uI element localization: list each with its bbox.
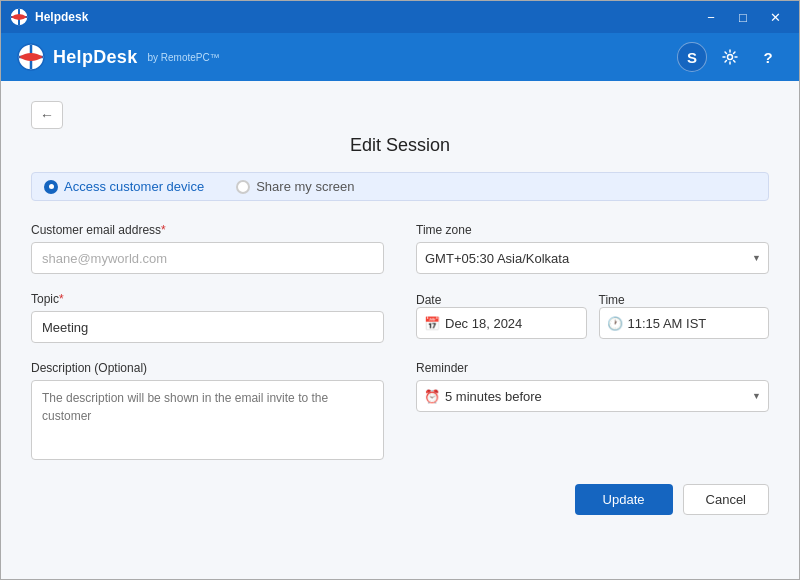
timezone-group: Time zone GMT+05:30 Asia/Kolkata GMT+00:… <box>416 223 769 274</box>
maximize-button[interactable]: □ <box>727 1 759 33</box>
description-input[interactable] <box>31 380 384 460</box>
reminder-select-wrapper: ⏰ 5 minutes before 10 minutes before 15 … <box>416 380 769 412</box>
header-bar: HelpDesk by RemotePC™ S ? <box>1 33 799 81</box>
description-label: Description (Optional) <box>31 361 384 375</box>
timezone-select[interactable]: GMT+05:30 Asia/Kolkata GMT+00:00 UTC GMT… <box>416 242 769 274</box>
titlebar-app-name: Helpdesk <box>35 10 88 24</box>
header-app-name: HelpDesk <box>53 47 137 68</box>
tab-share-label: Share my screen <box>256 179 354 194</box>
time-group: Time 🕐 <box>599 292 770 339</box>
topic-label: Topic* <box>31 292 384 306</box>
radio-access-icon <box>44 180 58 194</box>
page-title: Edit Session <box>31 135 769 156</box>
email-group: Customer email address* <box>31 223 384 274</box>
user-avatar[interactable]: S <box>677 42 707 72</box>
title-bar: Helpdesk − □ ✕ <box>1 1 799 33</box>
email-required: * <box>161 223 166 237</box>
minimize-button[interactable]: − <box>695 1 727 33</box>
date-group: Date 📅 <box>416 292 587 339</box>
svg-point-4 <box>728 55 733 60</box>
main-content: ← Edit Session Access customer device Sh… <box>1 81 799 579</box>
topic-required: * <box>59 292 64 306</box>
tab-access-customer[interactable]: Access customer device <box>44 179 204 194</box>
time-label: Time <box>599 293 625 307</box>
header-logo-icon <box>17 43 45 71</box>
form: Customer email address* Time zone GMT+05… <box>31 223 769 460</box>
date-time-row: Date 📅 Time 🕐 <box>416 292 769 339</box>
header-right: S ? <box>677 42 783 72</box>
app-logo-icon <box>9 7 29 27</box>
update-button[interactable]: Update <box>575 484 673 515</box>
topic-group: Topic* <box>31 292 384 343</box>
email-label: Customer email address* <box>31 223 384 237</box>
tab-bar: Access customer device Share my screen <box>31 172 769 201</box>
radio-share-icon <box>236 180 250 194</box>
reminder-label: Reminder <box>416 361 769 375</box>
title-bar-left: Helpdesk <box>9 7 88 27</box>
reminder-group: Reminder ⏰ 5 minutes before 10 minutes b… <box>416 361 769 412</box>
settings-icon-btn[interactable] <box>715 42 745 72</box>
form-actions: Update Cancel <box>31 484 769 515</box>
date-input-wrap: 📅 <box>416 307 587 339</box>
tab-share-screen[interactable]: Share my screen <box>236 179 354 194</box>
email-input[interactable] <box>31 242 384 274</box>
cancel-button[interactable]: Cancel <box>683 484 769 515</box>
reminder-select[interactable]: 5 minutes before 10 minutes before 15 mi… <box>416 380 769 412</box>
close-button[interactable]: ✕ <box>759 1 791 33</box>
app-window: Helpdesk − □ ✕ HelpDesk by RemotePC™ S <box>0 0 800 580</box>
gear-icon <box>722 49 738 65</box>
tab-access-label: Access customer device <box>64 179 204 194</box>
title-bar-controls: − □ ✕ <box>695 1 791 33</box>
header-app-sub: by RemotePC™ <box>147 52 219 63</box>
timezone-label: Time zone <box>416 223 769 237</box>
description-group: Description (Optional) <box>31 361 384 460</box>
datetime-group: Date 📅 Time 🕐 <box>416 292 769 343</box>
topic-input[interactable] <box>31 311 384 343</box>
date-label: Date <box>416 293 441 307</box>
time-input-wrap: 🕐 <box>599 307 770 339</box>
back-button[interactable]: ← <box>31 101 63 129</box>
timezone-select-wrapper: GMT+05:30 Asia/Kolkata GMT+00:00 UTC GMT… <box>416 242 769 274</box>
time-input[interactable] <box>599 307 770 339</box>
date-input[interactable] <box>416 307 587 339</box>
help-icon-btn[interactable]: ? <box>753 42 783 72</box>
header-logo: HelpDesk by RemotePC™ <box>17 43 220 71</box>
